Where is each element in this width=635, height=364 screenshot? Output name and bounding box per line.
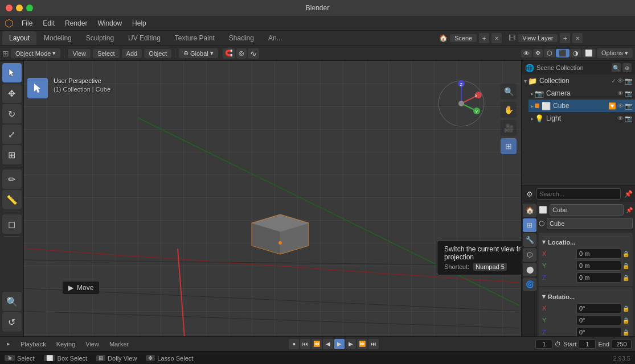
object-props-button[interactable]: ⊞ [523, 218, 536, 232]
maximize-button[interactable] [26, 5, 33, 11]
rotation-header[interactable]: ▾ Rotatio... [542, 291, 629, 302]
camera-object-icon: 📷 [535, 89, 544, 98]
outliner-header: 🌐 Scene Collection 🔍 ⊕ [522, 61, 635, 75]
add-button[interactable]: Add [122, 49, 142, 58]
end-frame-field[interactable]: 250 [612, 340, 632, 349]
rendered-button[interactable]: ⬜ [582, 49, 596, 57]
scene-props-button[interactable]: 🏠 [523, 204, 536, 217]
box-select-label: Box Select [58, 355, 88, 362]
properties-search[interactable] [536, 188, 621, 200]
navigation-gizmo[interactable]: X Y Z [436, 78, 487, 129]
scene-add-button[interactable]: + [479, 33, 489, 43]
jump-end-button[interactable]: ⏭ [368, 339, 379, 349]
rot-z-field[interactable]: 0° [576, 327, 621, 336]
mesh-name-field[interactable]: Cube [547, 218, 633, 229]
scene-remove-button[interactable]: ✕ [491, 33, 502, 43]
options-button[interactable]: Options ▾ [597, 48, 633, 58]
rot-x-field[interactable]: 0° [576, 303, 621, 313]
material-props-button[interactable]: ⬤ [523, 263, 536, 276]
play-button[interactable]: ▶ [334, 339, 345, 349]
viewport-zoom-button[interactable]: 🔍 [2, 292, 22, 311]
tab-shading[interactable]: Shading [222, 31, 261, 45]
keyframe-dot-button[interactable]: ● [289, 339, 299, 349]
viewlayer-remove-button[interactable]: ✕ [572, 33, 583, 43]
prev-frame-button[interactable]: ⏪ [312, 339, 322, 349]
solid-button[interactable]: ⬛ [556, 49, 570, 57]
object-button[interactable]: Object [144, 49, 171, 58]
timeline-chevron-button[interactable]: ▸ [3, 340, 14, 348]
menu-help[interactable]: Help [128, 18, 151, 28]
wireframe-button[interactable]: ⬡ [544, 49, 555, 57]
outliner-add-button[interactable]: ⊕ [622, 63, 632, 72]
transform-global-button[interactable]: ⊕ Global ▾ [179, 48, 218, 58]
scale-tool-button[interactable]: ⤢ [2, 125, 22, 144]
viewport-zoom-in-button[interactable]: 🔍 [501, 84, 517, 100]
viewport[interactable]: User Perspective (1) Collection | Cube X… [24, 61, 521, 336]
current-frame-field[interactable]: 1 [535, 340, 552, 349]
tab-animation[interactable]: An... [261, 31, 289, 45]
proportional-button[interactable]: ◎ [236, 48, 247, 59]
material-preview-button[interactable]: ◑ [570, 49, 581, 57]
viewlayer-selector[interactable]: View Layer [518, 34, 558, 42]
outliner-camera[interactable]: ▸ 📷 Camera 👁 📷 [529, 87, 635, 100]
add-cube-tool-button[interactable]: ◻ [2, 214, 22, 234]
loc-z-field[interactable]: 0 m [576, 272, 621, 283]
modifier-props-button[interactable]: 🔧 [523, 233, 536, 247]
viewlayer-add-button[interactable]: + [560, 33, 570, 43]
next-keyframe-button[interactable]: ▶ [346, 339, 356, 349]
scene-selector[interactable]: Scene [450, 34, 477, 42]
view-button[interactable]: View [68, 49, 91, 58]
transform-tool-button[interactable]: ⊞ [2, 145, 22, 164]
loc-y-field[interactable]: 0 m [576, 260, 621, 271]
menu-window[interactable]: Window [93, 18, 126, 28]
rotate-tool-button[interactable]: ↻ [2, 104, 22, 123]
object-name-field[interactable]: Cube [550, 204, 624, 216]
menu-render[interactable]: Render [60, 18, 92, 28]
object-mode-label: Object Mode [15, 50, 51, 57]
tab-sculpting[interactable]: Sculpting [79, 31, 121, 45]
minimize-button[interactable] [16, 5, 23, 11]
viewport-hand-button[interactable]: ✋ [501, 102, 517, 118]
tab-modeling[interactable]: Modeling [37, 31, 79, 45]
keying-button[interactable]: Keying [53, 340, 79, 348]
select-button[interactable]: Select [93, 49, 120, 58]
viewport-projection-button[interactable]: ⊞ [501, 138, 517, 154]
outliner-light[interactable]: ▸ 💡 Light 👁 📷 [529, 112, 635, 125]
timeline-view-button[interactable]: View [82, 340, 103, 348]
menu-edit[interactable]: Edit [38, 18, 59, 28]
gizmo-button[interactable]: ✥ [533, 49, 543, 57]
tab-uv-editing[interactable]: UV Editing [121, 31, 167, 45]
curve-button[interactable]: ∿ [248, 48, 259, 59]
jump-start-button[interactable]: ⏮ [300, 339, 310, 349]
prev-keyframe-button[interactable]: ◀ [323, 339, 333, 349]
rot-y-field[interactable]: 0° [576, 315, 621, 325]
loc-x-field[interactable]: 0 m [576, 249, 621, 259]
right-viewport-controls: 👁 ✥ ⬡ ⬛ ◑ ⬜ Options ▾ [521, 48, 633, 58]
overlay-button[interactable]: 👁 [521, 49, 532, 57]
next-frame-button[interactable]: ⏩ [357, 339, 367, 349]
playback-button[interactable]: Playback [17, 340, 50, 348]
close-button[interactable] [6, 5, 13, 11]
rotate-view-button[interactable]: ↺ [2, 312, 22, 332]
rotation-section: ▾ Rotatio... X 0° 🔒 Y [539, 287, 633, 336]
tab-layout[interactable]: Layout [2, 31, 36, 45]
measure-tool-button[interactable]: 📏 [2, 190, 22, 209]
physics-props-button[interactable]: 🌀 [523, 278, 536, 291]
tab-texture-paint[interactable]: Texture Paint [168, 31, 222, 45]
annotate-tool-button[interactable]: ✏ [2, 169, 22, 189]
data-props-button[interactable]: ⬡ [523, 248, 536, 262]
location-header[interactable]: ▾ Locatio... [542, 236, 629, 247]
right-panel: 🌐 Scene Collection 🔍 ⊕ ▾ 📁 Collection ✓ … [521, 61, 635, 336]
outliner: 🌐 Scene Collection 🔍 ⊕ ▾ 📁 Collection ✓ … [522, 61, 635, 186]
move-tool-button[interactable]: ✥ [2, 84, 22, 103]
outliner-scene-collection[interactable]: ▾ 📁 Collection ✓ 👁 📷 [522, 75, 635, 87]
object-mode-button[interactable]: Object Mode ▾ [11, 48, 60, 58]
start-frame-field[interactable]: 1 [579, 340, 596, 349]
outliner-filter-button[interactable]: 🔍 [612, 63, 621, 72]
viewport-camera-button[interactable]: 🎥 [501, 120, 517, 136]
outliner-cube[interactable]: ▸ ⬜ Cube 🔽 👁 📷 [529, 100, 635, 112]
cursor-tool-button[interactable] [2, 63, 22, 82]
menu-file[interactable]: File [17, 18, 37, 28]
marker-button[interactable]: Marker [106, 340, 132, 348]
snap-button[interactable]: 🧲 [223, 48, 235, 59]
